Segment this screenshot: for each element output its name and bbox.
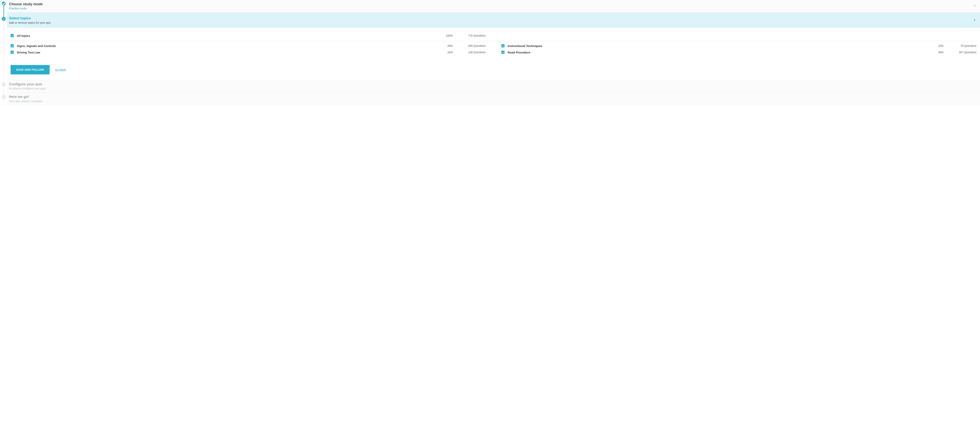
actions-row: SAVE AND FOLLOW Go back xyxy=(11,65,977,75)
topic-row: Signs, Signals and Controls 34% 265 Ques… xyxy=(11,43,486,49)
checkbox-topic[interactable] xyxy=(501,51,504,54)
step-choose-mode: Choose study mode Practice mode xyxy=(7,0,980,13)
topic-label: Road Procedure xyxy=(508,51,926,54)
topic-qcount: 128 Questions xyxy=(454,51,486,54)
go-back-link[interactable]: Go back xyxy=(55,68,66,71)
topic-pct: 100% xyxy=(437,34,453,37)
topic-label: Instructional Techniques xyxy=(508,44,926,48)
checkbox-topic[interactable] xyxy=(11,51,14,54)
topic-row: Instructional Techniques 10% 79 Question… xyxy=(501,43,977,49)
topic-row-all: All topics 100% 779 Questions xyxy=(11,32,486,39)
step4-subtitle: Your quiz setup is complete xyxy=(9,100,43,103)
step3-header[interactable]: Configure your quiz It's time to configu… xyxy=(7,80,980,92)
topic-qcount: 265 Questions xyxy=(454,44,486,48)
topics-panel: All topics 100% 779 Questions Signs, Sig… xyxy=(7,28,980,80)
chevron-down-icon xyxy=(973,4,976,8)
chevron-right-icon xyxy=(973,19,976,22)
step2-title: Select topics xyxy=(9,16,51,21)
checkbox-topic[interactable] xyxy=(501,44,504,48)
step2-badge: 2 xyxy=(2,17,6,21)
step-configure-quiz: 3 Configure your quiz It's time to confi… xyxy=(7,80,980,93)
step1-badge-done xyxy=(2,2,6,5)
step-here-we-go: 4 Here we go! Your quiz setup is complet… xyxy=(7,93,980,105)
topic-qcount: 779 Questions xyxy=(454,34,486,37)
checkbox-topic[interactable] xyxy=(11,44,14,48)
step3-title: Configure your quiz xyxy=(9,82,46,87)
topic-pct: 16% xyxy=(437,51,453,54)
save-and-follow-button[interactable]: SAVE AND FOLLOW xyxy=(11,65,49,75)
step-select-topics: 2 Select topics Add or remove topics for… xyxy=(7,13,980,80)
step1-title: Choose study mode xyxy=(9,2,43,6)
step3-subtitle: It's time to configure your quiz! xyxy=(9,87,46,90)
step1-subtitle: Practice mode xyxy=(9,7,43,10)
checkbox-all-topics[interactable] xyxy=(11,34,14,37)
topic-label: Driving Test Law xyxy=(17,51,436,54)
step4-badge: 4 xyxy=(2,95,6,99)
topic-qcount: 307 Questions xyxy=(945,51,977,54)
topic-qcount: 79 Questions xyxy=(945,44,977,48)
step4-title: Here we go! xyxy=(9,95,43,99)
step2-subtitle: Add or remove topics for your quiz xyxy=(9,21,51,24)
topic-row: Driving Test Law 16% 128 Questions xyxy=(11,49,486,56)
step3-badge: 3 xyxy=(2,83,6,86)
topic-row: Road Procedure 39% 307 Questions xyxy=(501,49,977,56)
topic-pct: 34% xyxy=(437,44,453,48)
topic-label: All topics xyxy=(17,34,436,37)
step1-header[interactable]: Choose study mode Practice mode xyxy=(7,0,980,12)
step2-header[interactable]: Select topics Add or remove topics for y… xyxy=(7,13,980,28)
topic-label: Signs, Signals and Controls xyxy=(17,44,436,48)
topic-pct: 39% xyxy=(928,51,943,54)
topic-pct: 10% xyxy=(928,44,943,48)
step4-header[interactable]: Here we go! Your quiz setup is complete xyxy=(7,93,980,105)
